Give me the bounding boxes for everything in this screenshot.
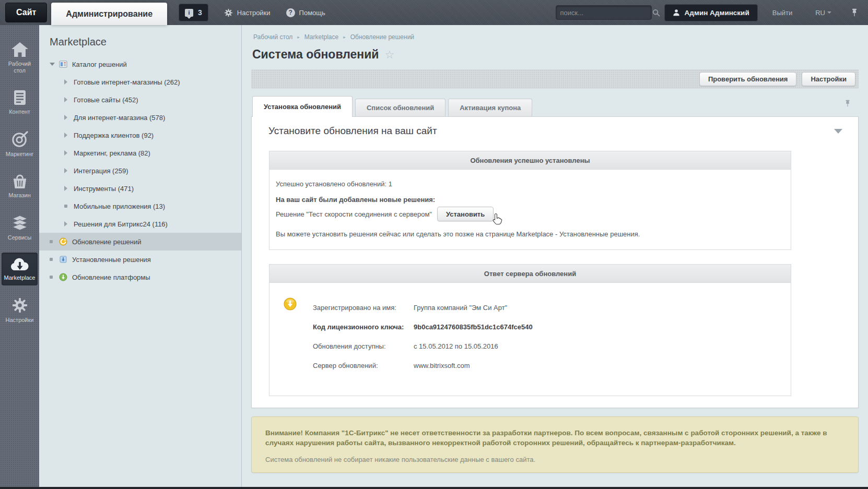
server-row-registered: Зарегистрировано на имя: Группа компаний… bbox=[313, 304, 780, 312]
topbar-settings-button[interactable]: Настройки bbox=[224, 8, 271, 17]
server-row-updates-available: Обновления доступны: с 15.05.2012 по 15.… bbox=[313, 342, 780, 350]
breadcrumb-separator-icon: ▸ bbox=[297, 34, 300, 40]
favorite-star-icon[interactable]: ☆ bbox=[385, 49, 395, 61]
tab-updates-list[interactable]: Список обновлений bbox=[355, 99, 445, 116]
triangle-right-icon[interactable] bbox=[64, 186, 74, 191]
rail-item-content[interactable]: Контент bbox=[2, 86, 38, 120]
sidebar-item-solution-updates[interactable]: Обновление решений bbox=[39, 233, 241, 251]
title-row: Система обновлений ☆ bbox=[252, 47, 859, 62]
rail-item-label: Контент bbox=[9, 109, 30, 115]
rail-item-label: Marketplace bbox=[4, 275, 36, 281]
triangle-right-icon[interactable] bbox=[64, 79, 74, 85]
left-rail: Рабочий стол Контент Маркетинг Магазин С… bbox=[0, 25, 39, 487]
user-icon bbox=[673, 9, 680, 16]
breadcrumb-desktop[interactable]: Рабочий стол bbox=[253, 33, 292, 41]
sidebar-item-tools[interactable]: Инструменты (471) bbox=[39, 180, 241, 197]
topbar-help-button[interactable]: ? Помощь bbox=[286, 8, 325, 17]
server-row-license-key: Код лицензионного ключа: 9b0ca9124760835… bbox=[313, 323, 780, 331]
toolbar-settings-button[interactable]: Настройки bbox=[802, 72, 855, 86]
server-box-body: Зарегистрировано на имя: Группа компаний… bbox=[269, 283, 791, 396]
sidebar-item-ready-shops[interactable]: Готовые интернет-магазины (262) bbox=[39, 73, 241, 91]
sidebar-title: Marketplace bbox=[50, 36, 241, 48]
download-status-icon bbox=[284, 297, 297, 311]
added-solutions-line: На ваш сайт были добавлены новые решения… bbox=[276, 196, 780, 204]
rail-item-marketplace[interactable]: Marketplace bbox=[2, 253, 38, 285]
triangle-right-icon[interactable] bbox=[64, 133, 74, 138]
server-row-label: Сервер обновлений: bbox=[313, 362, 414, 369]
sidebar-item-label: Обновление решений bbox=[72, 238, 142, 246]
breadcrumb-current[interactable]: Обновление решений bbox=[350, 33, 414, 41]
rail-item-label: Настройки bbox=[6, 317, 34, 324]
admin-tab-button[interactable]: Администрирование bbox=[51, 3, 167, 25]
pin-topbar-icon[interactable] bbox=[850, 8, 859, 17]
triangle-right-icon[interactable] bbox=[64, 221, 74, 226]
installed-count-line: Успешно установлено обновлений: 1 bbox=[276, 180, 780, 188]
server-row-label: Код лицензионного ключа: bbox=[313, 323, 414, 331]
sidebar-item-mobile-apps[interactable]: Мобильные приложения (13) bbox=[39, 197, 241, 215]
tab-content-panel: Установите обновления на ваш сайт Обновл… bbox=[251, 116, 859, 408]
search-icon[interactable] bbox=[652, 9, 660, 17]
platform-update-icon bbox=[59, 273, 67, 281]
site-tab-label: Сайт bbox=[16, 8, 36, 17]
bottom-edge-bar bbox=[0, 487, 868, 489]
user-name: Админ Админский bbox=[685, 9, 749, 17]
sidebar-item-label: Установленные решения bbox=[72, 256, 151, 264]
install-button[interactable]: Установить bbox=[437, 207, 494, 221]
page-title: Система обновлений bbox=[252, 47, 379, 62]
server-box-header: Ответ сервера обновлений bbox=[269, 265, 791, 283]
mouse-cursor-icon bbox=[492, 213, 503, 225]
rail-item-settings[interactable]: Настройки bbox=[2, 293, 38, 328]
sidebar-item-label: Решения для Битрикс24 (116) bbox=[74, 220, 168, 228]
rail-item-desktop[interactable]: Рабочий стол bbox=[2, 38, 38, 78]
tab-coupon-activation[interactable]: Активация купона bbox=[448, 99, 532, 116]
user-menu-button[interactable]: Админ Админский bbox=[664, 4, 758, 21]
rail-item-shop[interactable]: Магазин bbox=[2, 169, 38, 203]
server-row-label: Зарегистрировано на имя: bbox=[313, 304, 414, 312]
triangle-right-icon[interactable] bbox=[64, 168, 74, 173]
collapse-section-icon[interactable] bbox=[834, 129, 842, 134]
triangle-down-icon[interactable] bbox=[50, 63, 59, 66]
tab-label: Список обновлений bbox=[367, 104, 434, 112]
solution-update-icon bbox=[59, 237, 67, 246]
pin-form-icon[interactable] bbox=[844, 99, 851, 108]
breadcrumb-separator-icon: ▸ bbox=[343, 34, 346, 40]
sidebar-item-label: Готовые сайты (452) bbox=[74, 96, 138, 104]
admin-tab-label: Администрирование bbox=[66, 9, 153, 19]
sidebar-menu: Каталог решений Готовые интернет-магазин… bbox=[39, 55, 241, 286]
cloud-download-icon bbox=[10, 257, 30, 271]
check-updates-button[interactable]: Проверить обновления bbox=[699, 72, 797, 86]
sidebar-item-for-shop[interactable]: Для интернет-магазина (578) bbox=[39, 109, 241, 126]
triangle-right-icon[interactable] bbox=[64, 150, 74, 156]
sidebar-item-marketing-ads[interactable]: Маркетинг, реклама (82) bbox=[39, 144, 241, 162]
sidebar-item-bitrix24-solutions[interactable]: Решения для Битрикс24 (116) bbox=[39, 215, 241, 233]
triangle-right-icon[interactable] bbox=[64, 97, 74, 102]
sidebar-item-platform-update[interactable]: Обновление платформы bbox=[39, 268, 241, 286]
rail-item-label: Рабочий стол bbox=[3, 61, 37, 74]
notifications-badge[interactable]: i 3 bbox=[179, 4, 208, 21]
bullet-icon bbox=[50, 276, 59, 279]
search-input[interactable] bbox=[560, 9, 652, 17]
language-selector[interactable]: RU bbox=[815, 9, 831, 17]
tab-install-updates[interactable]: Установка обновлений bbox=[252, 96, 353, 117]
rail-item-marketing[interactable]: Маркетинг bbox=[2, 127, 38, 162]
logout-link[interactable]: Выйти bbox=[772, 9, 793, 17]
sidebar-item-installed-solutions[interactable]: Установленные решения bbox=[39, 251, 241, 268]
tabs-row: Установка обновлений Список обновлений А… bbox=[251, 96, 859, 116]
sidebar-item-integration[interactable]: Интеграция (259) bbox=[39, 162, 241, 180]
topbar-settings-label: Настройки bbox=[237, 9, 271, 17]
triangle-right-icon[interactable] bbox=[64, 115, 74, 120]
site-tab-button[interactable]: Сайт bbox=[5, 3, 47, 22]
topbar-search[interactable] bbox=[556, 5, 652, 20]
rail-item-services[interactable]: Сервисы bbox=[2, 210, 38, 245]
server-response-box: Ответ сервера обновлений Зарегистрирован… bbox=[269, 264, 791, 396]
sidebar-item-label: Инструменты (471) bbox=[74, 185, 134, 193]
notifications-count: 3 bbox=[198, 8, 202, 17]
main-content: Рабочий стол ▸ Marketplace ▸ Обновление … bbox=[242, 25, 868, 487]
basket-icon bbox=[11, 173, 28, 189]
sidebar-item-catalog[interactable]: Каталог решений bbox=[39, 55, 241, 73]
breadcrumb-marketplace[interactable]: Marketplace bbox=[304, 33, 338, 41]
sidebar-item-ready-sites[interactable]: Готовые сайты (452) bbox=[39, 91, 241, 109]
topbar: Сайт Администрирование i 3 Настройки ? П… bbox=[0, 0, 868, 25]
updates-success-box: Обновления успешно установлены Успешно у… bbox=[269, 151, 791, 250]
sidebar-item-client-support[interactable]: Поддержка клиентов (92) bbox=[39, 126, 241, 144]
